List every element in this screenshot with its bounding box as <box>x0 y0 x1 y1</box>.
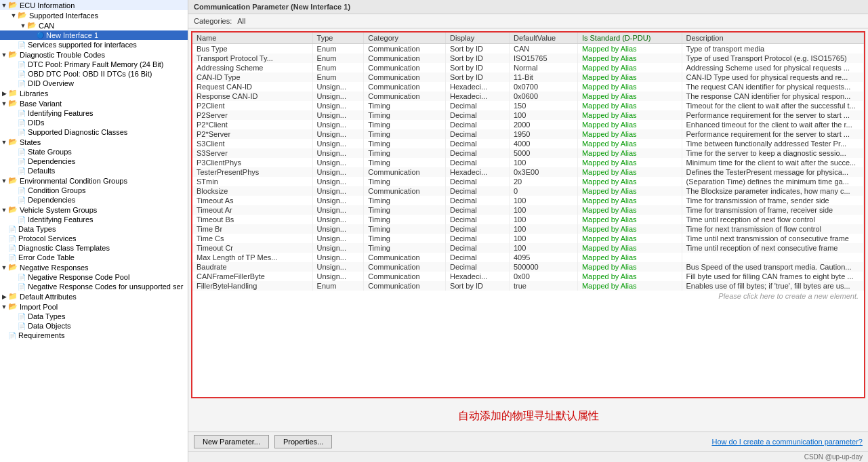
sidebar: ▼📂ECU Information▼📂Supported Interfaces▼… <box>0 0 188 462</box>
sidebar-item-dtc-obd[interactable]: 📄OBD DTC Pool: OBD II DTCs (16 Bit) <box>0 69 188 79</box>
sidebar-item-ip-data-objects[interactable]: 📄Data Objects <box>0 321 188 331</box>
sidebar-item-dtc-primary[interactable]: 📄DTC Pool: Primary Fault Memory (24 Bit) <box>0 60 188 69</box>
table-row[interactable]: S3ServerUnsign...TimingDecimal5000Mapped… <box>192 148 864 158</box>
table-row[interactable]: Time CsUnsign...TimingDecimal100Mapped b… <box>192 234 864 243</box>
sidebar-item-ip-data-types[interactable]: 📄Data Types <box>0 312 188 321</box>
table-cell-col3: Decimal <box>446 139 510 148</box>
table-cell-col6: Time between functionally addressed Test… <box>682 139 863 148</box>
table-cell-col0: Addressing Scheme <box>192 63 312 72</box>
table-row[interactable]: BaudrateUnsign...CommunicationDecimal500… <box>192 262 864 272</box>
table-row[interactable]: STminUnsign...TimingDecimal20Mapped by A… <box>192 177 864 186</box>
parameters-table-container[interactable]: Name Type Category Display DefaultValue … <box>191 31 865 398</box>
table-cell-col3: Decimal <box>446 110 510 120</box>
sidebar-item-states[interactable]: ▼📂States <box>0 137 188 147</box>
table-cell-col2: Timing <box>364 110 446 120</box>
table-cell-col5: Mapped by Alias <box>577 158 682 167</box>
table-cell-col1: Unsign... <box>312 196 364 205</box>
sidebar-item-bv-dids[interactable]: 📄DIDs <box>0 118 188 127</box>
sidebar-item-state-deps[interactable]: 📄Dependencies <box>0 156 188 166</box>
sidebar-item-nr-codes-unsupported[interactable]: 📄Negative Response Codes for unsupported… <box>0 282 188 291</box>
table-cell-col5: Mapped by Alias <box>577 196 682 205</box>
sidebar-item-libraries[interactable]: ▶📁Libraries <box>0 88 188 98</box>
table-row[interactable]: Addressing SchemeEnumCommunicationSort b… <box>192 63 864 72</box>
sidebar-item-error-code-table[interactable]: 📄Error Code Table <box>0 253 188 262</box>
sidebar-item-services-supported[interactable]: 📄Services supported for interfaces <box>0 40 188 49</box>
table-row[interactable]: Transport Protocol Ty...EnumCommunicatio… <box>192 54 864 63</box>
table-cell-col5: Mapped by Alias <box>577 139 682 148</box>
table-row[interactable]: FillerByteHandlingEnumCommunicationSort … <box>192 281 864 291</box>
properties-button[interactable]: Properties... <box>274 435 332 448</box>
table-cell-col1: Unsign... <box>312 224 364 234</box>
sidebar-item-default-attributes[interactable]: ▶📁Default Attributes <box>0 291 188 301</box>
sidebar-item-ecu-info[interactable]: ▼📂ECU Information <box>0 0 188 10</box>
sidebar-item-requirements[interactable]: 📄Requirements <box>0 331 188 340</box>
table-row[interactable]: CANFrameFillerByteUnsign...Communication… <box>192 272 864 281</box>
table-row[interactable]: P3ClientPhysUnsign...TimingDecimal100Map… <box>192 158 864 167</box>
sidebar-item-bv-supported[interactable]: 📄Supported Diagnostic Classes <box>0 127 188 137</box>
doc-icon-diag-class-templates: 📄 <box>8 245 16 252</box>
table-row[interactable]: S3ClientUnsign...TimingDecimal4000Mapped… <box>192 139 864 148</box>
table-row[interactable]: BlocksizeUnsign...CommunicationDecimal0M… <box>192 186 864 196</box>
sidebar-item-supported-interfaces[interactable]: ▼📂Supported Interfaces <box>0 10 188 20</box>
sidebar-label-ecu-info: ECU Information <box>20 1 75 9</box>
sidebar-item-base-variant[interactable]: ▼📂Base Variant <box>0 98 188 108</box>
sidebar-item-env-condition[interactable]: ▼📂Environmental Condition Groups <box>0 175 188 186</box>
folder-icon-vehicle-system: 📂 <box>8 205 18 214</box>
table-row[interactable]: Timeout CrUnsign...TimingDecimal100Mappe… <box>192 243 864 253</box>
table-cell-col2: Communication <box>364 281 446 291</box>
table-row[interactable]: P2*ServerUnsign...TimingDecimal1950Mappe… <box>192 129 864 139</box>
table-cell-col1: Unsign... <box>312 158 364 167</box>
create-element-hint[interactable]: Please click here to create a new elemen… <box>192 291 864 301</box>
table-row[interactable]: Time BrUnsign...TimingDecimal100Mapped b… <box>192 224 864 234</box>
table-row[interactable]: TesterPresentPhysUnsign...CommunicationH… <box>192 167 864 177</box>
sidebar-item-env-deps[interactable]: 📄Dependencies <box>0 195 188 205</box>
table-row[interactable]: CAN-ID TypeEnumCommunicationSort by ID11… <box>192 72 864 82</box>
table-row[interactable]: Bus TypeEnumCommunicationSort by IDCANMa… <box>192 44 864 54</box>
sidebar-item-new-interface-1[interactable]: 🔵New Interface 1 <box>0 30 188 40</box>
table-row[interactable]: Request CAN-IDUnsign...CommunicationHexa… <box>192 82 864 91</box>
table-cell-col1: Unsign... <box>312 215 364 224</box>
new-parameter-button[interactable]: New Parameter... <box>194 435 269 448</box>
table-row[interactable]: Timeout BsUnsign...TimingDecimal100Mappe… <box>192 215 864 224</box>
sidebar-item-bv-identifying[interactable]: 📄Identifying Features <box>0 108 188 118</box>
sidebar-label-ip-data-objects: Data Objects <box>28 322 71 330</box>
sidebar-item-condition-groups[interactable]: 📄Condition Groups <box>0 186 188 195</box>
table-cell-col6: CAN-ID Type used for physical requests a… <box>682 72 863 82</box>
table-cell-col0: P3ClientPhys <box>192 158 312 167</box>
sidebar-item-vs-identifying[interactable]: 📄Identifying Features <box>0 215 188 224</box>
table-cell-col4: 20 <box>510 177 578 186</box>
expand-icon-import-pool: ▼ <box>0 303 8 310</box>
table-row[interactable]: P2ClientUnsign...TimingDecimal150Mapped … <box>192 101 864 110</box>
table-cell-col6: Enables use of fill bytes; if 'true', fi… <box>682 281 863 291</box>
sidebar-label-can: CAN <box>39 22 54 30</box>
sidebar-item-vehicle-system[interactable]: ▼📂Vehicle System Groups <box>0 205 188 215</box>
table-cell-col4: 500000 <box>510 262 578 272</box>
help-link[interactable]: How do I create a communication paramete… <box>711 438 863 446</box>
table-cell-col4: 0x0600 <box>510 91 578 101</box>
table-row[interactable]: P2*ClientUnsign...TimingDecimal2000Mappe… <box>192 120 864 129</box>
table-cell-col6: Time for the server to keep a diagnostic… <box>682 148 863 158</box>
table-row[interactable]: P2ServerUnsign...TimingDecimal100Mapped … <box>192 110 864 120</box>
sidebar-item-import-pool[interactable]: ▼📂Import Pool <box>0 301 188 312</box>
sidebar-item-negative-responses[interactable]: ▼📂Negative Responses <box>0 262 188 272</box>
sidebar-item-protocol-services[interactable]: 📄Protocol Services <box>0 234 188 243</box>
sidebar-item-can[interactable]: ▼📂CAN <box>0 20 188 30</box>
sidebar-item-did-overview[interactable]: 📄DID Overview <box>0 79 188 88</box>
doc-icon-did-overview: 📄 <box>18 80 26 87</box>
footer: New Parameter... Properties... How do I … <box>188 432 868 451</box>
table-cell-col1: Unsign... <box>312 139 364 148</box>
sidebar-item-state-groups[interactable]: 📄State Groups <box>0 147 188 156</box>
content-header: Communication Parameter (New Interface 1… <box>188 0 868 14</box>
table-row[interactable]: Max Length of TP Mes...Unsign...Communic… <box>192 253 864 262</box>
sidebar-item-diag-class-templates[interactable]: 📄Diagnostic Class Templates <box>0 243 188 253</box>
sidebar-item-nr-code-pool[interactable]: 📄Negative Response Code Pool <box>0 272 188 282</box>
table-row[interactable]: Timeout AsUnsign...TimingDecimal100Mappe… <box>192 196 864 205</box>
sidebar-item-diagnostic-trouble[interactable]: ▼📂Diagnostic Trouble Codes <box>0 49 188 60</box>
table-cell-col5: Mapped by Alias <box>577 205 682 215</box>
table-row[interactable]: Timeout ArUnsign...TimingDecimal100Mappe… <box>192 205 864 215</box>
sidebar-item-data-types[interactable]: 📄Data Types <box>0 224 188 234</box>
table-cell-col1: Unsign... <box>312 262 364 272</box>
table-row[interactable]: Response CAN-IDUnsign...CommunicationHex… <box>192 91 864 101</box>
table-cell-col2: Communication <box>364 262 446 272</box>
sidebar-item-defaults[interactable]: 📄Defaults <box>0 166 188 175</box>
